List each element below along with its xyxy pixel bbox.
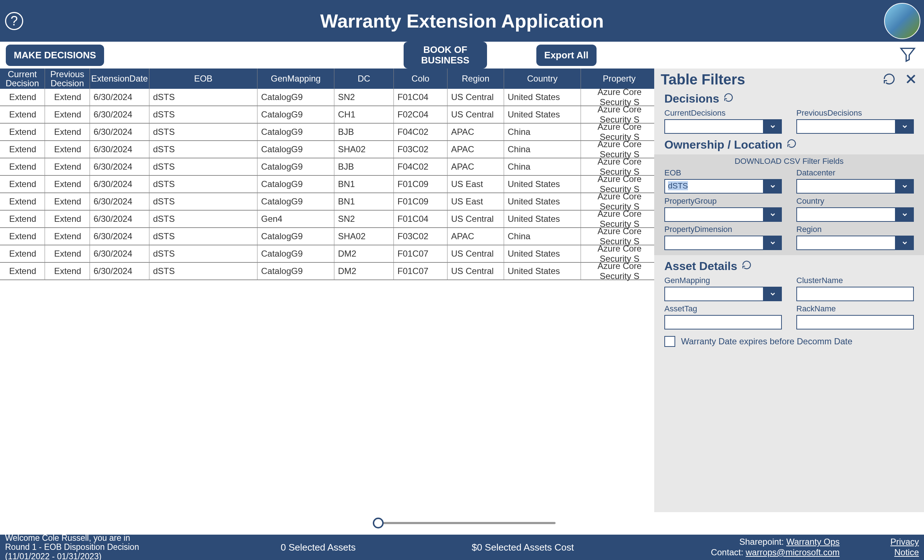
- chevron-down-icon[interactable]: [764, 236, 782, 250]
- table-cell: Extend: [45, 141, 90, 158]
- propertygroup-filter-select[interactable]: [664, 207, 782, 222]
- table-cell: F01C09: [394, 176, 447, 192]
- table-cell: CatalogG9: [258, 263, 334, 280]
- genmapping-filter-label: GenMapping: [664, 276, 782, 285]
- col-current-decision[interactable]: CurrentDecision: [0, 69, 45, 89]
- table-cell: dSTS: [149, 263, 258, 280]
- user-avatar[interactable]: [884, 3, 920, 39]
- datacenter-filter-label: Datacenter: [796, 168, 914, 178]
- chevron-down-icon[interactable]: [896, 179, 914, 193]
- country-filter-select[interactable]: [796, 207, 914, 222]
- table-cell: China: [504, 159, 581, 175]
- make-decisions-button[interactable]: MAKE DECISIONS: [6, 45, 104, 66]
- footer-selected-cost: $0 Selected Assets Cost: [472, 542, 574, 553]
- table-cell: CatalogG9: [258, 228, 334, 245]
- contact-link[interactable]: warrops@microsoft.com: [746, 547, 840, 557]
- chevron-down-icon[interactable]: [764, 119, 782, 134]
- previous-decisions-select[interactable]: [796, 119, 914, 134]
- col-region[interactable]: Region: [447, 69, 504, 89]
- table-cell: United States: [504, 263, 581, 280]
- notice-link[interactable]: Notice: [894, 547, 919, 557]
- table-cell: dSTS: [149, 211, 258, 227]
- table-cell: Azure Core Security S: [581, 141, 658, 158]
- table-cell: US East: [447, 176, 504, 192]
- assettag-filter-input[interactable]: [664, 315, 782, 329]
- export-all-button[interactable]: Export All: [536, 45, 597, 66]
- table-cell: United States: [504, 193, 581, 210]
- col-colo[interactable]: Colo: [394, 69, 447, 89]
- chevron-down-icon[interactable]: [764, 287, 782, 301]
- rackname-filter-input[interactable]: [796, 315, 914, 329]
- table-cell: SN2: [334, 89, 394, 105]
- table-cell: Extend: [0, 159, 45, 175]
- table-cell: 6/30/2024: [90, 176, 149, 192]
- datacenter-filter-select[interactable]: [796, 179, 914, 193]
- table-cell: 6/30/2024: [90, 106, 149, 123]
- warranty-expires-checkbox[interactable]: [664, 336, 675, 347]
- clustername-filter-input[interactable]: [796, 287, 914, 301]
- chevron-down-icon[interactable]: [896, 236, 914, 250]
- scrollbar-thumb[interactable]: [373, 518, 384, 529]
- table-cell: F01C07: [394, 246, 447, 262]
- sharepoint-link[interactable]: Warranty Ops: [786, 537, 840, 547]
- propertydimension-filter-label: PropertyDimension: [664, 225, 782, 234]
- horizontal-scrollbar[interactable]: [374, 522, 555, 524]
- chevron-down-icon[interactable]: [764, 207, 782, 222]
- chevron-down-icon[interactable]: [896, 207, 914, 222]
- table-cell: F01C04: [394, 89, 447, 105]
- region-filter-select[interactable]: [796, 236, 914, 250]
- filter-panel-title: Table Filters: [661, 71, 745, 88]
- table-cell: dSTS: [149, 159, 258, 175]
- table-cell: BJB: [334, 159, 394, 175]
- table-cell: DM2: [334, 263, 394, 280]
- propertygroup-filter-label: PropertyGroup: [664, 196, 782, 206]
- col-eob[interactable]: EOB: [149, 69, 258, 89]
- table-cell: Gen4: [258, 211, 334, 227]
- genmapping-filter-select[interactable]: [664, 287, 782, 301]
- refresh-decisions-icon[interactable]: [723, 92, 734, 105]
- close-panel-icon[interactable]: [904, 72, 918, 87]
- table-cell: Azure Core Security S: [581, 263, 658, 280]
- table-cell: SHA02: [334, 228, 394, 245]
- table-cell: Extend: [0, 211, 45, 227]
- table-cell: United States: [504, 106, 581, 123]
- table-cell: US Central: [447, 89, 504, 105]
- col-country[interactable]: Country: [504, 69, 581, 89]
- current-decisions-select[interactable]: [664, 119, 782, 134]
- table-cell: CatalogG9: [258, 193, 334, 210]
- footer-welcome: Welcome Cole Russell, you are in Round 1…: [5, 533, 252, 560]
- table-cell: dSTS: [149, 228, 258, 245]
- table-cell: Extend: [45, 211, 90, 227]
- help-icon[interactable]: ?: [5, 12, 23, 30]
- privacy-link[interactable]: Privacy: [890, 537, 919, 547]
- filter-icon[interactable]: [898, 45, 917, 65]
- chevron-down-icon[interactable]: [764, 179, 782, 193]
- region-filter-label: Region: [796, 225, 914, 234]
- table-cell: United States: [504, 89, 581, 105]
- chevron-down-icon[interactable]: [896, 119, 914, 134]
- table-cell: US Central: [447, 246, 504, 262]
- rackname-filter-label: RackName: [796, 304, 914, 313]
- col-property[interactable]: Property: [581, 69, 658, 89]
- clustername-filter-label: ClusterName: [796, 276, 914, 285]
- refresh-ownership-icon[interactable]: [786, 138, 797, 151]
- table-cell: F01C04: [394, 211, 447, 227]
- table-cell: 6/30/2024: [90, 211, 149, 227]
- propertydimension-filter-select[interactable]: [664, 236, 782, 250]
- col-extension-date[interactable]: ExtensionDate: [90, 69, 149, 89]
- table-cell: Azure Core Security S: [581, 106, 658, 123]
- col-dc[interactable]: DC: [334, 69, 394, 89]
- table-cell: US East: [447, 193, 504, 210]
- eob-filter-select[interactable]: dSTS: [664, 179, 782, 193]
- table-cell: CatalogG9: [258, 106, 334, 123]
- table-cell: DM2: [334, 246, 394, 262]
- refresh-asset-details-icon[interactable]: [742, 259, 752, 273]
- download-csv-link[interactable]: DOWNLOAD CSV Filter Fields: [654, 154, 924, 168]
- table-cell: APAC: [447, 228, 504, 245]
- table-cell: United States: [504, 211, 581, 227]
- col-genmapping[interactable]: GenMapping: [258, 69, 334, 89]
- table-cell: dSTS: [149, 141, 258, 158]
- col-previous-decision[interactable]: PreviousDecision: [45, 69, 90, 89]
- refresh-all-icon[interactable]: [883, 72, 896, 87]
- book-of-business-button[interactable]: BOOK OF BUSINESS: [404, 42, 487, 68]
